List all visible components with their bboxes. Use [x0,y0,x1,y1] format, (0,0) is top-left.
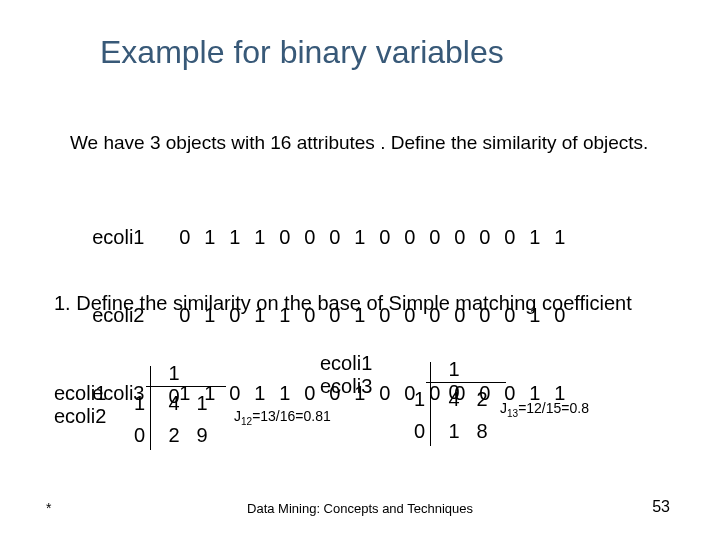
ct1-vline [150,366,151,450]
ct2-row-1-label: 1 [414,388,425,411]
ct1-jvalue: J12=13/16=0.81 [234,408,331,427]
ct1-pair-labels: ecoli1 ecoli2 [54,382,106,428]
ct2-vline [430,362,431,446]
ct1-pair-b: ecoli2 [54,405,106,428]
ct2-pair-a: ecoli1 [320,352,372,375]
ct2-cell-00: 8 [468,420,496,443]
ct1-hline [146,386,226,387]
slide-title: Example for binary variables [100,34,504,71]
ct1-cell-01: 2 [160,424,188,447]
data-row-1: ecoli10111000100000011 [70,198,572,276]
ct2-hline [426,382,506,383]
ct1-row-0-label: 0 [134,424,145,447]
ct2-row-0-label: 0 [414,420,425,443]
ct2-pair-labels: ecoli1 ecoli3 [320,352,372,398]
ct2-cell-10: 2 [468,388,496,411]
ct2-jvalue: J13=12/15=0.8 [500,400,589,419]
ct2-pair-b: ecoli3 [320,375,372,398]
ct1-row-1-label: 1 [134,392,145,415]
ct2-cell-11: 4 [440,388,468,411]
ct2-cell-01: 1 [440,420,468,443]
intro-text: We have 3 objects with 16 attributes . D… [70,130,650,156]
footer-page-number: 53 [652,498,670,516]
row-label: ecoli1 [92,224,172,250]
ct1-pair-a: ecoli1 [54,382,106,405]
ct1-cell-00: 9 [188,424,216,447]
footer-center: Data Mining: Concepts and Techniques [0,501,720,516]
ct1-cell-10: 1 [188,392,216,415]
ct1-cell-11: 4 [160,392,188,415]
step-text: 1. Define the similarity on the base of … [54,290,674,317]
